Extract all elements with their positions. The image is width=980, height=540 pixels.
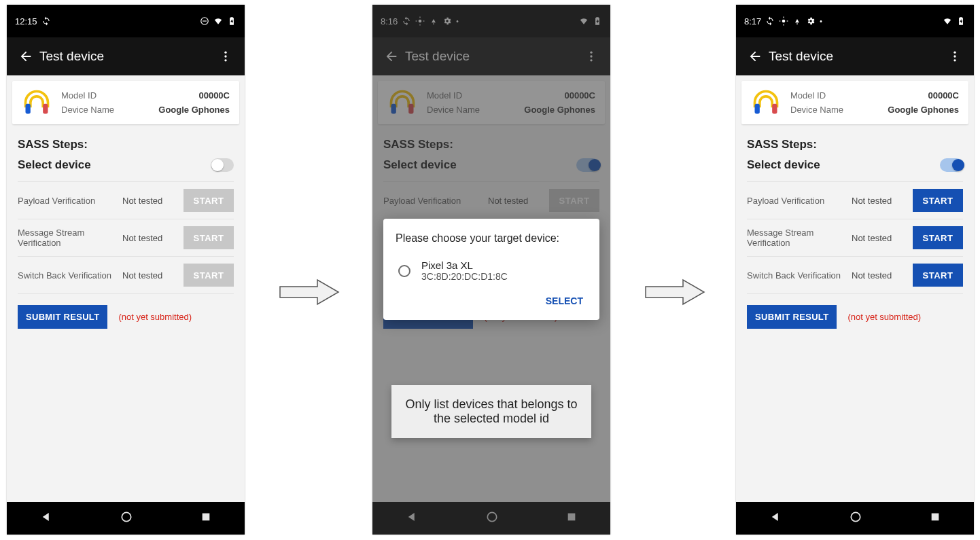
- svg-point-29: [953, 55, 956, 57]
- svg-point-4: [224, 59, 226, 61]
- dialog-title: Please choose your target device:: [396, 232, 587, 245]
- nav-back-icon[interactable]: [40, 511, 52, 526]
- nav-recents-icon[interactable]: [200, 511, 211, 525]
- step-name: Switch Back Verification: [18, 270, 122, 281]
- arrow-back-icon: [748, 49, 763, 64]
- dot-icon: •: [820, 18, 822, 25]
- sass-steps-header: SASS Steps:: [18, 138, 234, 151]
- nav-home-icon[interactable]: [849, 510, 862, 526]
- dnd-icon: [200, 16, 209, 26]
- model-id-label: Model ID: [61, 90, 97, 101]
- model-id-value: 00000C: [198, 90, 230, 101]
- svg-point-3: [224, 55, 226, 57]
- device-card: Model ID00000C Device NameGoogle Gphones: [741, 81, 968, 124]
- start-button: START: [183, 264, 234, 287]
- svg-rect-34: [931, 514, 939, 521]
- step-status: Not tested: [122, 233, 183, 243]
- svg-point-22: [782, 20, 786, 23]
- step-name: Message Stream Verification: [18, 228, 122, 248]
- headphones-icon: [751, 88, 781, 118]
- page-title: Test device: [39, 49, 212, 64]
- svg-point-2: [224, 52, 226, 54]
- step-status: Not tested: [852, 196, 913, 206]
- svg-rect-5: [26, 104, 31, 114]
- svg-point-27: [797, 23, 798, 24]
- start-button[interactable]: START: [913, 226, 963, 249]
- not-submitted-label: (not yet submitted): [847, 312, 921, 322]
- start-button[interactable]: START: [913, 189, 963, 212]
- step-name: Payload Verification: [747, 196, 852, 206]
- model-id-row: Model ID 00000C: [61, 88, 230, 103]
- device-card: Model ID 00000C Device Name Google Gphon…: [12, 81, 239, 124]
- svg-rect-8: [202, 514, 209, 521]
- model-id-label: Model ID: [790, 90, 826, 101]
- nav-back-icon[interactable]: [769, 511, 782, 526]
- step-status: Not tested: [852, 233, 913, 243]
- device-name-label: Device Name: [790, 105, 843, 115]
- sass-steps-header: SASS Steps:: [747, 138, 963, 151]
- flow-arrow-icon: [279, 278, 340, 306]
- svg-point-33: [851, 512, 860, 521]
- select-device-toggle[interactable]: [940, 158, 963, 172]
- overflow-menu-button[interactable]: [941, 43, 968, 70]
- back-button[interactable]: [741, 43, 769, 70]
- wifi-icon: [943, 16, 952, 26]
- headphones-icon: [22, 88, 52, 118]
- dialog-select-button[interactable]: SELECT: [542, 290, 587, 312]
- step-row: Message Stream Verification Not tested S…: [18, 219, 234, 257]
- svg-rect-6: [43, 104, 48, 114]
- step-status: Not tested: [122, 196, 183, 206]
- svg-point-28: [953, 52, 956, 54]
- nav-bar: [736, 502, 974, 535]
- device-name-label: Device Name: [61, 105, 114, 115]
- submit-result-button[interactable]: SUBMIT RESULT: [747, 305, 837, 329]
- more-vert-icon: [948, 50, 962, 63]
- app-bar: Test device: [736, 37, 974, 75]
- device-option[interactable]: Pixel 3a XL 3C:8D:20:DC:D1:8C: [396, 255, 587, 290]
- nav-bar: [7, 502, 245, 535]
- nav-home-icon[interactable]: [120, 510, 133, 526]
- step-row: Payload Verification Not tested START: [18, 182, 234, 219]
- battery-icon: [956, 16, 966, 26]
- step-name: Payload Verification: [18, 196, 122, 206]
- step-name: Message Stream Verification: [747, 228, 852, 248]
- wifi-icon: [213, 16, 223, 26]
- svg-rect-31: [755, 104, 760, 114]
- device-name-row: Device Name Google Gphones: [61, 103, 230, 117]
- page-title: Test device: [769, 49, 941, 64]
- sync-icon: [765, 16, 775, 26]
- status-bar: 8:17 •: [736, 5, 974, 37]
- device-name-value: Google Gphones: [888, 105, 959, 115]
- app-bar: Test device: [7, 37, 245, 75]
- phone-screen-initial: 12:15 Test device Model ID 000: [7, 5, 245, 535]
- svg-point-7: [122, 512, 130, 521]
- start-button: START: [183, 226, 234, 249]
- nav-recents-icon[interactable]: [930, 511, 941, 525]
- hotspot-icon: [792, 16, 802, 26]
- svg-rect-32: [772, 104, 777, 114]
- back-button[interactable]: [12, 43, 39, 70]
- step-status: Not tested: [852, 270, 913, 281]
- clock: 12:15: [15, 16, 37, 26]
- status-bar: 12:15: [7, 5, 245, 37]
- model-id-value: 00000C: [928, 90, 959, 101]
- device-option-mac: 3C:8D:20:DC:D1:8C: [421, 271, 508, 282]
- brightness-icon: [779, 16, 788, 26]
- flow-arrow-icon: [644, 278, 705, 306]
- select-device-label: Select device: [747, 158, 820, 172]
- phone-screen-enabled: 8:17 • Test device Model ID00000C Device…: [736, 5, 974, 535]
- select-device-toggle[interactable]: [211, 158, 234, 172]
- submit-result-button[interactable]: SUBMIT RESULT: [18, 305, 107, 329]
- select-device-label: Select device: [18, 158, 91, 172]
- not-submitted-label: (not yet submitted): [118, 312, 192, 322]
- phone-screen-dialog: 8:16 • Test device Model ID00000C Device…: [372, 5, 610, 535]
- start-button[interactable]: START: [913, 264, 963, 287]
- annotation-callout: Only list devices that belongs to the se…: [391, 385, 591, 438]
- sync-icon: [41, 16, 51, 26]
- choose-device-dialog: Please choose your target device: Pixel …: [383, 219, 599, 320]
- start-button: START: [183, 189, 234, 212]
- radio-unselected-icon[interactable]: [398, 265, 410, 277]
- step-row: Switch Back Verification Not tested STAR…: [18, 257, 234, 294]
- overflow-menu-button[interactable]: [212, 43, 239, 70]
- battery-icon: [227, 16, 237, 26]
